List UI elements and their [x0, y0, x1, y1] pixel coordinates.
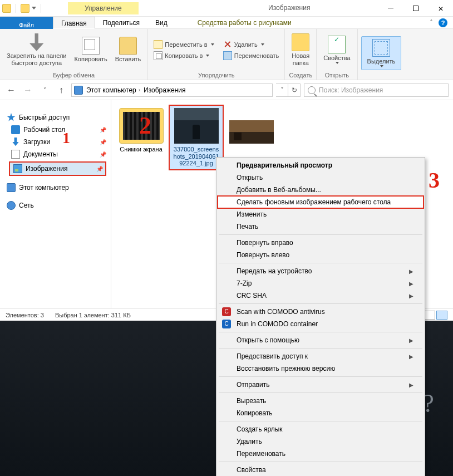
ribbon-collapse-icon[interactable]: ˄ — [430, 19, 433, 27]
ctx-properties[interactable]: Свойства — [218, 464, 424, 476]
ctx-comodo-run[interactable]: CRun in COMODO container — [218, 318, 424, 330]
address-dropdown-button[interactable]: ˅ — [276, 84, 288, 97]
ctx-print[interactable]: Печать — [218, 220, 424, 233]
ctx-cast[interactable]: Передать на устройство▶ — [218, 265, 424, 277]
star-icon — [7, 113, 16, 122]
ctx-restore[interactable]: Восстановить прежнюю версию — [218, 362, 424, 375]
view-details-button[interactable] — [424, 311, 435, 320]
address-bar[interactable]: Этот компьютер› Изображения — [71, 84, 273, 97]
navigation-pane: Быстрый доступ Рабочий стол📌 Загрузки📌 Д… — [0, 100, 111, 308]
nav-downloads[interactable]: Загрузки📌 — [2, 136, 109, 148]
delete-button[interactable]: Удалить — [221, 40, 282, 50]
ctx-cut[interactable]: Вырезать — [218, 395, 424, 407]
file-item-folder[interactable]: Снимки экрана — [115, 106, 168, 155]
ctx-send-to[interactable]: Отправить▶ — [218, 379, 424, 391]
submenu-arrow-icon: ▶ — [409, 337, 413, 343]
nav-documents[interactable]: Документы📌 — [2, 148, 109, 160]
paste-label: Вставить — [115, 56, 141, 63]
file-item-selected[interactable]: 337000_screenshots_20190406192224_1.jpg — [170, 106, 223, 169]
refresh-button[interactable]: ↻ — [288, 84, 301, 97]
ctx-set-wallpaper[interactable]: Сделать фоновым изображением рабочего ст… — [218, 196, 424, 208]
tab-picture-tools[interactable]: Средства работы с рисунками — [190, 17, 299, 29]
qat-dropdown-icon[interactable] — [32, 7, 36, 9]
pin-label: Закрепить на панели быстрого доступа — [7, 52, 66, 66]
view-thumbnails-button[interactable] — [436, 311, 447, 320]
rename-button[interactable]: Переименовать — [221, 51, 282, 61]
copy-to-button[interactable]: Копировать в — [151, 51, 216, 61]
copy-button[interactable]: Копировать — [71, 36, 110, 64]
open-group-label: Открыть — [317, 71, 357, 80]
ribbon-tabs: Файл Главная Поделиться Вид Средства раб… — [0, 17, 453, 29]
new-folder-icon — [292, 33, 309, 51]
context-menu: Предварительный просмотр Открыть Добавит… — [216, 157, 425, 476]
properties-button[interactable]: Свойства — [320, 35, 353, 65]
ribbon-group-open: Свойства Открыть — [317, 29, 357, 80]
image-thumbnail — [229, 120, 274, 144]
nav-network[interactable]: Сеть — [2, 199, 109, 212]
submenu-arrow-icon: ▶ — [409, 281, 413, 287]
select-all-button[interactable]: Выделить — [361, 36, 402, 70]
up-button[interactable]: ↑ — [55, 84, 68, 97]
help-icon[interactable]: ? — [439, 18, 447, 27]
tab-view[interactable]: Вид — [147, 17, 175, 29]
pin-indicator-icon: 📌 — [100, 127, 106, 133]
nav-this-pc[interactable]: Этот компьютер — [2, 181, 109, 194]
ctx-comodo-scan[interactable]: CScan with COMODO antivirus — [218, 306, 424, 318]
tab-file[interactable]: Файл — [0, 17, 53, 29]
ctx-edit[interactable]: Изменить — [218, 208, 424, 220]
folder-thumbnail — [119, 108, 164, 144]
qat-new-folder-icon[interactable] — [21, 4, 29, 13]
ctx-copy[interactable]: Копировать — [218, 407, 424, 419]
organize-group-label: Упорядочить — [148, 71, 284, 80]
ctx-create-shortcut[interactable]: Создать ярлык — [218, 423, 424, 435]
file-item-image[interactable] — [225, 106, 278, 148]
nav-pictures[interactable]: Изображения📌 — [9, 161, 106, 176]
rename-icon — [223, 51, 232, 60]
select-label: Выделить — [367, 58, 396, 65]
new-folder-button[interactable]: Новая папка — [288, 32, 313, 67]
submenu-arrow-icon: ▶ — [409, 293, 413, 299]
ctx-add-web-albums[interactable]: Добавить в Веб-альбомы... — [218, 184, 424, 196]
ctx-rename[interactable]: Переименовать — [218, 448, 424, 460]
back-button[interactable]: ← — [4, 84, 18, 97]
ctx-crc-sha[interactable]: CRC SHA▶ — [218, 289, 424, 302]
pin-to-quick-access-button[interactable]: Закрепить на панели быстрого доступа — [3, 32, 70, 67]
maximize-button[interactable] — [403, 0, 428, 17]
breadcrumb-current[interactable]: Изображения — [144, 86, 185, 94]
ctx-preview[interactable]: Предварительный просмотр — [218, 159, 424, 171]
tab-home[interactable]: Главная — [53, 17, 95, 29]
ctx-rotate-left[interactable]: Повернуть влево — [218, 249, 424, 261]
ctx-rotate-right[interactable]: Повернуть вправо — [218, 237, 424, 249]
submenu-arrow-icon: ▶ — [409, 268, 413, 274]
navigation-row: ← → ˅ ↑ Этот компьютер› Изображения ˅ ↻ … — [0, 80, 453, 100]
forward-button[interactable]: → — [21, 84, 35, 97]
nav-quick-access[interactable]: Быстрый доступ — [2, 111, 109, 124]
move-to-label: Переместить в — [165, 41, 207, 48]
move-to-button[interactable]: Переместить в — [151, 40, 216, 50]
ctx-delete[interactable]: Удалить — [218, 435, 424, 448]
ribbon-contextual-tab[interactable]: Управление — [68, 2, 139, 14]
paste-button[interactable]: Вставить — [112, 36, 145, 64]
minimize-button[interactable] — [378, 0, 403, 17]
tab-share[interactable]: Поделиться — [95, 17, 147, 29]
copy-label: Копировать — [74, 56, 107, 63]
ribbon-group-select: Выделить — [358, 29, 405, 80]
ctx-open-with[interactable]: Открыть с помощью▶ — [218, 334, 424, 346]
pin-icon — [28, 33, 46, 51]
rename-label: Переименовать — [234, 52, 279, 59]
nav-desktop[interactable]: Рабочий стол📌 — [2, 124, 109, 136]
documents-icon — [11, 150, 20, 159]
recent-locations-button[interactable]: ˅ — [38, 84, 51, 97]
close-button[interactable] — [428, 0, 453, 17]
ctx-give-access[interactable]: Предоставить доступ к▶ — [218, 350, 424, 362]
clipboard-group-label: Буфер обмена — [0, 71, 147, 80]
pc-icon — [7, 183, 16, 192]
ctx-open[interactable]: Открыть — [218, 171, 424, 184]
app-icon — [2, 4, 11, 13]
ribbon-body: Закрепить на панели быстрого доступа Коп… — [0, 29, 453, 80]
search-input[interactable]: Поиск: Изображения — [304, 84, 449, 97]
ctx-7zip[interactable]: 7-Zip▶ — [218, 277, 424, 289]
breadcrumb-root[interactable]: Этот компьютер — [86, 86, 136, 94]
ribbon-group-organize: Переместить в Копировать в Удалить Переи… — [148, 29, 285, 80]
status-item-count: Элементов: 3 — [6, 312, 44, 318]
